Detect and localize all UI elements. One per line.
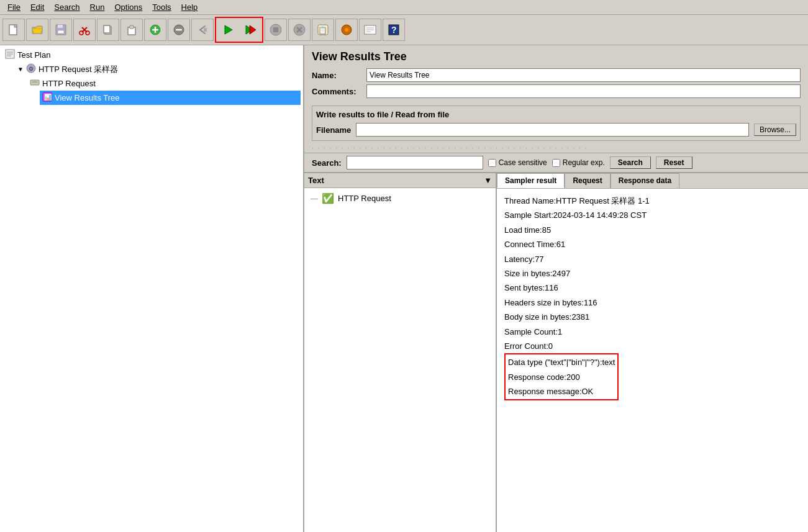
response-message-row: Response message:OK <box>508 384 615 399</box>
comments-label: Comments: <box>312 87 361 96</box>
back-button[interactable] <box>191 19 214 41</box>
sent-bytes-row: Sent bytes:116 <box>504 281 801 295</box>
body-size-row: Body size in bytes:2381 <box>504 310 801 324</box>
search-button[interactable]: Search <box>610 156 651 169</box>
menu-edit[interactable]: Edit <box>25 1 49 13</box>
search-input[interactable] <box>347 156 483 169</box>
open-button[interactable] <box>26 19 48 41</box>
svg-marker-18 <box>225 25 232 34</box>
regular-exp-text: Regular exp. <box>563 158 605 167</box>
write-results-section: Write results to file / Read from file F… <box>312 106 801 141</box>
svg-point-29 <box>345 28 348 32</box>
search-bar: Search: Case sensitive Regular exp. Sear… <box>304 153 808 172</box>
data-type-row: Data type ("text"|"bin"|"?"):text <box>508 355 615 369</box>
svg-text:📊: 📊 <box>44 93 52 101</box>
http-sampler-label: HTTP Request 采样器 <box>39 64 118 75</box>
menu-search[interactable]: Search <box>49 1 84 13</box>
cut-button[interactable] <box>73 19 96 41</box>
right-panel: View Results Tree Name: Comments: Write … <box>304 45 808 532</box>
http-request-icon <box>30 78 40 89</box>
stop-button[interactable] <box>265 19 287 41</box>
sample-count-row: Sample Count:1 <box>504 325 801 339</box>
filename-input[interactable] <box>356 123 749 137</box>
regular-exp-label[interactable]: Regular exp. <box>552 158 605 167</box>
tab-sampler-result[interactable]: Sampler result <box>497 173 565 188</box>
response-code-row: Response code:200 <box>508 370 615 384</box>
comments-row: Comments: <box>312 84 801 98</box>
detail-content: Thread Name:HTTP Request 采样器 1-1 Sample … <box>497 189 808 532</box>
svg-rect-2 <box>58 25 63 28</box>
filename-label: Filename <box>316 125 351 135</box>
menu-run[interactable]: Run <box>85 1 110 13</box>
tree-item-http-sampler[interactable]: ▼ ⚙ HTTP Request 采样器 <box>15 62 301 76</box>
svg-rect-11 <box>130 25 134 29</box>
results-button[interactable] <box>359 19 381 41</box>
dropdown-arrow-icon[interactable]: ▼ <box>484 176 492 185</box>
case-sensitive-label[interactable]: Case sensitive <box>488 158 547 167</box>
left-panel: Test Plan ▼ ⚙ HTTP Request 采样器 HTTP Requ… <box>0 45 304 532</box>
case-sensitive-text: Case sensitive <box>499 158 547 167</box>
new-button[interactable] <box>2 19 25 41</box>
filename-row: Filename Browse... <box>316 123 796 137</box>
save-button[interactable] <box>50 19 72 41</box>
sample-start-row: Sample Start:2024-03-14 14:49:28 CST <box>504 208 801 222</box>
settings-button[interactable] <box>335 19 358 41</box>
thread-name-row: Thread Name:HTTP Request 采样器 1-1 <box>504 194 801 208</box>
menu-file[interactable]: File <box>2 1 25 13</box>
copy-button[interactable] <box>97 19 119 41</box>
name-input[interactable] <box>366 68 801 82</box>
remove-element-button[interactable] <box>168 19 190 41</box>
latency-row: Latency:77 <box>504 252 801 266</box>
results-list-header-text: Text <box>308 176 324 185</box>
expand-icon: ▼ <box>17 66 24 73</box>
paste-button[interactable] <box>120 19 143 41</box>
error-count-row: Error Count:0 <box>504 339 801 353</box>
svg-text:?: ? <box>391 25 397 35</box>
comments-input[interactable] <box>366 84 801 98</box>
results-list-header: Text ▼ <box>304 173 496 188</box>
reset-button[interactable]: Reset <box>656 156 692 169</box>
tree-item-test-plan[interactable]: Test Plan <box>2 48 301 62</box>
results-list-content: — ✅ HTTP Request <box>304 188 496 532</box>
write-results-title: Write results to file / Read from file <box>316 110 796 119</box>
connect-time-row: Connect Time:61 <box>504 237 801 251</box>
svg-rect-42 <box>30 80 39 85</box>
form-section: Name: Comments: <box>304 66 808 103</box>
regular-exp-checkbox[interactable] <box>552 159 560 167</box>
svg-rect-17 <box>204 28 207 32</box>
svg-point-7 <box>86 31 89 35</box>
view-results-label: View Results Tree <box>55 93 120 102</box>
tab-request[interactable]: Request <box>565 173 610 188</box>
test-plan-label: Test Plan <box>17 50 50 60</box>
run-button[interactable] <box>217 19 239 41</box>
svg-point-6 <box>79 31 83 35</box>
menu-options[interactable]: Options <box>109 1 147 13</box>
case-sensitive-checkbox[interactable] <box>488 159 496 167</box>
tab-response-data[interactable]: Response data <box>611 173 679 188</box>
menu-tools[interactable]: Tools <box>147 1 176 13</box>
run-stop-button[interactable] <box>239 19 261 41</box>
stop-all-button[interactable] <box>288 19 311 41</box>
tree-item-http-request[interactable]: HTTP Request <box>27 76 301 91</box>
svg-text:⚙: ⚙ <box>29 66 34 72</box>
menu-help[interactable]: Help <box>176 1 203 13</box>
tree-item-view-results[interactable]: 📊 View Results Tree <box>40 91 301 105</box>
minus-icon: — <box>311 194 318 203</box>
main-container: Test Plan ▼ ⚙ HTTP Request 采样器 HTTP Requ… <box>0 45 808 532</box>
svg-rect-3 <box>58 30 64 34</box>
result-item[interactable]: — ✅ HTTP Request <box>307 191 493 206</box>
http-sampler-icon: ⚙ <box>26 63 36 75</box>
add-element-button[interactable] <box>144 19 166 41</box>
headers-size-row: Headers size in bytes:116 <box>504 295 801 310</box>
load-time-row: Load time:85 <box>504 223 801 237</box>
success-icon: ✅ <box>322 192 334 204</box>
help-button[interactable]: ? <box>383 19 405 41</box>
clear-button[interactable]: 📋 <box>312 19 334 41</box>
detail-tabs: Sampler result Request Response data <box>497 173 808 189</box>
svg-text:📋: 📋 <box>318 25 327 35</box>
menubar: File Edit Search Run Options Tools Help <box>0 0 808 15</box>
browse-button[interactable]: Browse... <box>754 124 796 136</box>
toolbar: 📋 ? <box>0 15 808 45</box>
panel-title: View Results Tree <box>304 45 808 66</box>
name-label: Name: <box>312 71 361 80</box>
